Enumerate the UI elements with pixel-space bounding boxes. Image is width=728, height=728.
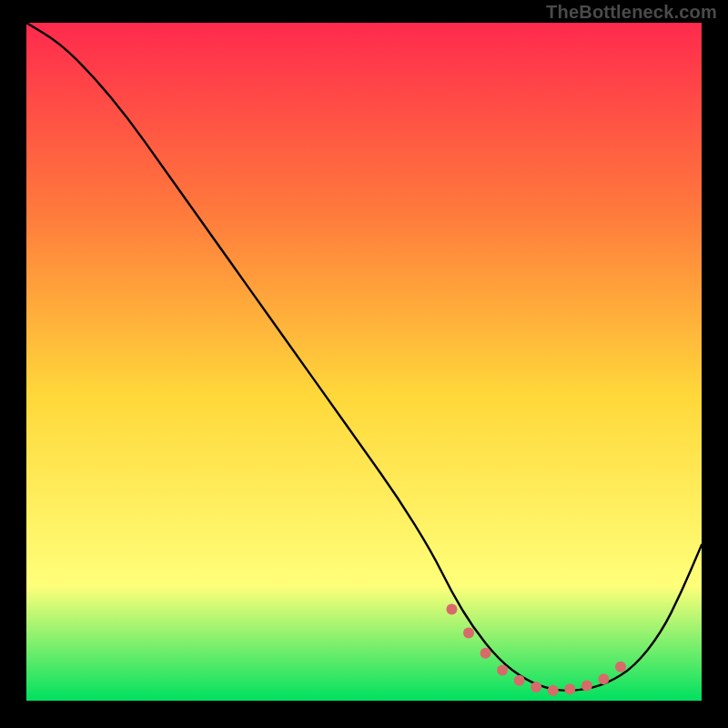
marker-dot <box>531 682 541 693</box>
marker-dot <box>615 662 626 672</box>
bottleneck-chart <box>26 23 702 701</box>
gradient-background <box>26 23 702 701</box>
watermark-text: TheBottleneck.com <box>546 2 717 23</box>
plot-area <box>26 23 702 701</box>
marker-dot <box>497 664 508 675</box>
marker-dot <box>548 685 559 696</box>
marker-dot <box>446 603 457 614</box>
marker-dot <box>514 675 525 686</box>
marker-dot <box>598 673 609 684</box>
marker-dot <box>463 628 474 639</box>
marker-dot <box>581 681 592 692</box>
marker-dot <box>564 683 575 694</box>
chart-frame: TheBottleneck.com <box>0 0 728 728</box>
marker-dot <box>480 648 491 659</box>
